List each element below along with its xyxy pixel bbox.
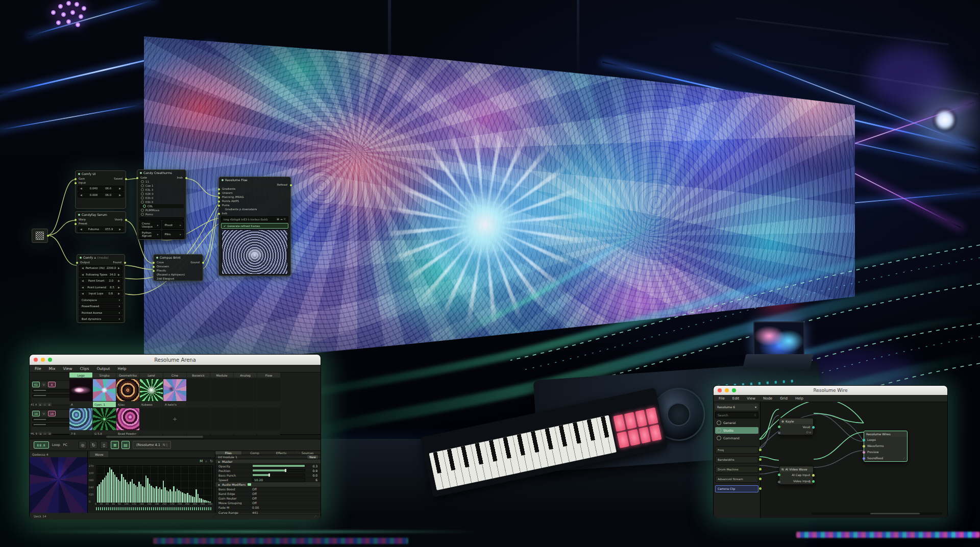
input-port[interactable] [218,196,220,198]
preview-header[interactable]: Godessa 4 [30,451,87,457]
window-controls[interactable] [34,358,52,362]
layer-bypass-button[interactable]: 18 [32,411,40,416]
clip-cell[interactable] [257,379,280,401]
slider-row[interactable]: ◀Fuboma055.9▶ [78,227,124,232]
clip-cell[interactable] [257,408,280,430]
panel-port-soundfeed[interactable]: Soundfeed [864,455,907,461]
columns-icon[interactable]: ▤ [121,441,130,449]
node-comfy-a[interactable]: Comfy a(mode)OutputFound◀Perfusion (Hz)2… [77,254,125,323]
menu-file[interactable]: File [35,366,41,371]
menu-node[interactable]: Node [763,396,772,401]
window-controls[interactable] [718,388,736,392]
layer-opacity-slider[interactable] [32,389,70,392]
output-port[interactable] [812,480,815,483]
input-port[interactable] [863,457,865,460]
input-port[interactable] [75,178,77,180]
sync-icon[interactable]: ↻ [89,441,97,449]
layer-x-button[interactable]: 8 [48,382,56,387]
param-tab-sources[interactable]: Sources [295,451,321,455]
canvas-scrollbar[interactable] [812,512,942,515]
input-port[interactable] [218,213,220,215]
clip-cell[interactable] [163,379,186,401]
clip-cell[interactable] [187,408,210,430]
output-port[interactable] [290,184,292,186]
clip-cell[interactable] [116,379,139,401]
input-port[interactable] [778,474,780,476]
menu-view[interactable]: View [747,396,755,401]
node-candy-creathurms[interactable]: Candy CreathurmsGateInsb11Cae 1K3L 3K2K … [137,169,186,240]
gear-icon[interactable]: ⚙ [808,480,811,483]
clip-label[interactable]: Cyan. 1 [93,402,116,407]
clip-cell[interactable] [210,408,233,430]
clip-cell[interactable] [234,379,257,401]
column-header-cine[interactable]: Cine [163,372,186,378]
output-port[interactable] [125,178,127,180]
option-row[interactable]: K3h 0 [137,196,186,200]
param-row-fade-m[interactable]: Fade M0.00 [215,506,321,510]
column-header-analog[interactable]: Analog [234,372,257,378]
column-header-module[interactable]: Module [210,372,233,378]
clip-label[interactable]: Kjlau [116,402,139,407]
zoom-button[interactable] [732,388,736,392]
text-field[interactable] [139,217,184,220]
input-port[interactable] [778,426,780,428]
panel-port-loops[interactable]: Loops [864,437,907,443]
input-port[interactable] [863,445,865,447]
clip-label[interactable]: Kubwoo [140,402,163,407]
clip-label[interactable] [210,402,233,407]
wire-menubar[interactable]: FileEditViewNodeGridHelp [714,395,947,402]
input-port[interactable] [153,270,155,272]
layer-x-button[interactable]: 18 [48,411,56,416]
magnifier-icon[interactable]: ⌕ [205,459,207,463]
arena-menubar[interactable]: FileMixViewClipsOutputHelp [30,365,321,372]
deck-label[interactable]: Deck 14 [34,514,46,518]
menu-edit[interactable]: Edit [732,396,740,401]
param-tab-comp[interactable]: Comp [242,451,268,455]
waveform-icon[interactable]: M [200,459,203,463]
section-header[interactable]: ▸Audio Modifiers [215,482,321,487]
dropdown-row[interactable]: Phoot▸ [162,220,184,229]
toggle-row[interactable]: PLIMMova [137,208,186,212]
param-row-position[interactable]: Position0.9 [215,468,321,473]
menu-mix[interactable]: Mix [49,366,56,371]
layer-speed-slider[interactable] [32,423,70,427]
input-port[interactable] [76,262,78,264]
menu-view[interactable]: View [63,366,72,371]
slider-handle[interactable] [285,469,286,472]
layer-strip-button[interactable]: − [43,403,47,406]
close-button[interactable] [718,388,722,392]
node-kayle[interactable]: ⊕Kayle Voud O o [779,418,814,435]
toggle-row[interactable]: Pomo [137,212,186,216]
option-row[interactable]: K9h 6 [137,200,186,204]
list-icon[interactable]: ≣ [111,441,119,449]
param-tab-files[interactable]: Files [215,451,241,455]
node-resolume-floe[interactable]: Resolume FloeRefinedGradientsUnwornPlann… [218,177,291,276]
dropdown-row[interactable]: P9ro▸ [162,230,184,239]
option-row-selected[interactable]: C0L [139,204,184,208]
spectrum-chart[interactable] [96,465,213,503]
param-row-bass-boost[interactable]: Bass BoostOff [215,487,321,492]
composition-tab[interactable]: (Resolume 4.1 N | [133,441,171,449]
layer-strip[interactable]: 41 Aa−d [31,402,68,407]
input-port[interactable] [75,182,77,184]
wire-titlebar[interactable]: Resolume Wire [714,386,947,395]
dropdown-row[interactable]: Pointed Averse▾ [79,310,122,315]
pc-label[interactable]: PC [63,443,67,447]
add-clip-icon[interactable]: + [163,408,186,430]
slider-row[interactable]: ◀0.04006.6▶ [78,186,124,191]
input-port[interactable] [75,219,77,221]
slider-row[interactable]: ◀Perfusion (Hz)2200.0▶ [79,265,122,271]
option-row[interactable]: K2K 0 [137,192,186,196]
input-port[interactable] [153,262,155,264]
dropdown-row[interactable]: Crono Uooqua▸ [139,220,161,229]
input-port[interactable] [218,188,220,190]
clip-cell[interactable] [93,379,116,401]
layer-solo-button[interactable]: V [41,382,46,387]
input-port[interactable] [778,432,780,434]
slider-handle[interactable] [268,474,270,477]
column-header-boswick[interactable]: Boswick [187,372,210,378]
menu-output[interactable]: Output [96,366,110,371]
refresh-icon[interactable]: ↻ [210,459,213,463]
clip-cell[interactable] [69,408,92,430]
dropdown-row[interactable]: Bad dynamics▾ [79,316,122,322]
